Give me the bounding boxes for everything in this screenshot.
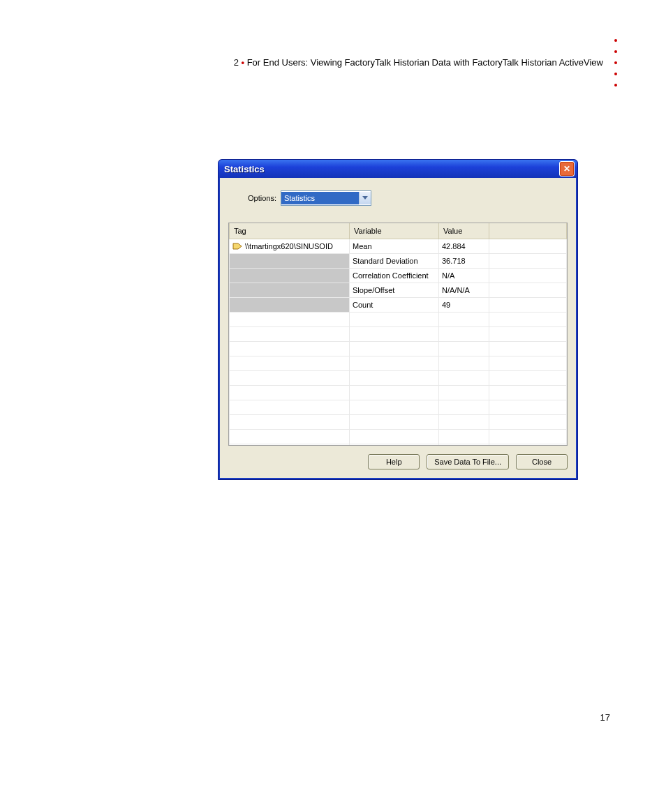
chapter-number: 2 (234, 57, 239, 68)
table-row[interactable]: Count 49 (230, 298, 567, 313)
tag-icon (232, 243, 242, 250)
value-cell: 42.884 (439, 239, 489, 254)
dialog-button-row: Help Save Data To File... Close (228, 454, 568, 469)
statistics-dialog: Statistics ✕ Options: Statistics Tag (218, 159, 578, 480)
table-row[interactable]: \\tmartingx620\SINUSOID Mean 42.884 (230, 239, 567, 254)
options-label: Options: (248, 194, 276, 202)
variable-cell: Count (350, 298, 439, 313)
table-row (230, 371, 567, 386)
table-row (230, 313, 567, 327)
grid-header-row: Tag Variable Value (230, 223, 567, 239)
dialog-title: Statistics (224, 164, 265, 174)
chevron-down-icon (359, 192, 371, 204)
tag-name-cell: \\tmartingx620\SINUSOID (245, 242, 333, 250)
chapter-title: For End Users: Viewing FactoryTalk Histo… (247, 57, 603, 68)
options-row: Options: Statistics (248, 190, 568, 206)
table-row[interactable]: Slope/Offset N/A/N/A (230, 283, 567, 298)
close-icon: ✕ (563, 164, 570, 174)
variable-cell: Correlation Coefficient (350, 269, 439, 283)
value-cell: 49 (439, 298, 489, 313)
table-row (230, 386, 567, 400)
page-header: 2 • For End Users: Viewing FactoryTalk H… (234, 57, 603, 68)
statistics-grid: Tag Variable Value \\tmart (228, 223, 568, 446)
table-row (230, 327, 567, 342)
variable-cell: Slope/Offset (350, 283, 439, 298)
table-row[interactable]: Standard Deviation 36.718 (230, 254, 567, 269)
value-cell: N/A/N/A (439, 283, 489, 298)
options-select[interactable]: Statistics (281, 190, 371, 206)
table-row (230, 400, 567, 415)
table-row (230, 444, 567, 446)
table-row (230, 342, 567, 356)
value-cell: 36.718 (439, 254, 489, 269)
variable-cell: Standard Deviation (350, 254, 439, 269)
close-window-button[interactable]: ✕ (559, 161, 575, 176)
table-row (230, 356, 567, 371)
options-selected-value: Statistics (281, 192, 359, 204)
titlebar[interactable]: Statistics ✕ (219, 160, 577, 178)
help-button[interactable]: Help (368, 454, 420, 469)
column-header-value[interactable]: Value (439, 223, 489, 239)
column-header-variable[interactable]: Variable (350, 223, 439, 239)
chapter-dot: • (241, 57, 244, 68)
table-row (230, 430, 567, 444)
save-data-button[interactable]: Save Data To File... (427, 454, 509, 469)
close-button[interactable]: Close (516, 454, 568, 469)
column-header-spacer (489, 223, 567, 239)
header-decorative-dots (614, 39, 617, 87)
table-row (230, 415, 567, 430)
table-row[interactable]: Correlation Coefficient N/A (230, 269, 567, 283)
dialog-body: Options: Statistics Tag Variable Value (219, 178, 577, 479)
value-cell: N/A (439, 269, 489, 283)
page-number: 17 (600, 712, 610, 723)
variable-cell: Mean (350, 239, 439, 254)
column-header-tag[interactable]: Tag (230, 223, 350, 239)
